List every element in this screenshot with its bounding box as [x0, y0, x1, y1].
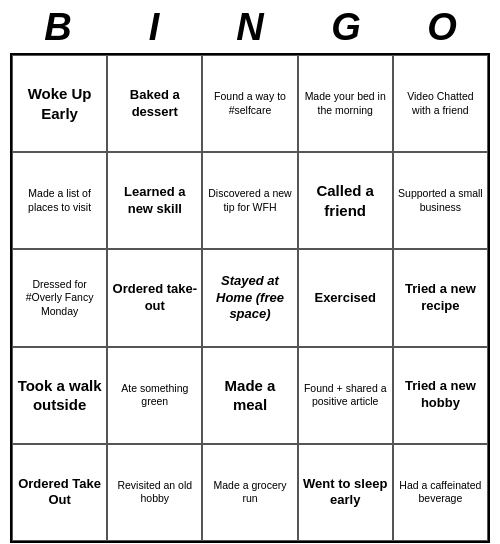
- title-i: I: [124, 6, 184, 49]
- cell-21[interactable]: Revisited an old hobby: [107, 444, 202, 541]
- cell-18[interactable]: Found + shared a positive article: [298, 347, 393, 444]
- cell-13[interactable]: Exercised: [298, 249, 393, 346]
- cell-17[interactable]: Made a meal: [202, 347, 297, 444]
- cell-9[interactable]: Supported a small business: [393, 152, 488, 249]
- cell-6[interactable]: Learned a new skill: [107, 152, 202, 249]
- title-b: B: [28, 6, 88, 49]
- title-o: O: [412, 6, 472, 49]
- bingo-grid: Woke Up EarlyBaked a dessertFound a way …: [10, 53, 490, 543]
- cell-4[interactable]: Video Chatted with a friend: [393, 55, 488, 152]
- cell-10[interactable]: Dressed for #Overly Fancy Monday: [12, 249, 107, 346]
- cell-23[interactable]: Went to sleep early: [298, 444, 393, 541]
- cell-5[interactable]: Made a list of places to visit: [12, 152, 107, 249]
- cell-19[interactable]: Tried a new hobby: [393, 347, 488, 444]
- cell-8[interactable]: Called a friend: [298, 152, 393, 249]
- cell-22[interactable]: Made a grocery run: [202, 444, 297, 541]
- cell-15[interactable]: Took a walk outside: [12, 347, 107, 444]
- cell-16[interactable]: Ate something green: [107, 347, 202, 444]
- cell-24[interactable]: Had a caffeinated beverage: [393, 444, 488, 541]
- cell-14[interactable]: Tried a new recipe: [393, 249, 488, 346]
- cell-0[interactable]: Woke Up Early: [12, 55, 107, 152]
- cell-2[interactable]: Found a way to #selfcare: [202, 55, 297, 152]
- title-g: G: [316, 6, 376, 49]
- cell-11[interactable]: Ordered take-out: [107, 249, 202, 346]
- cell-12[interactable]: Stayed at Home (free space): [202, 249, 297, 346]
- cell-1[interactable]: Baked a dessert: [107, 55, 202, 152]
- cell-3[interactable]: Made your bed in the morning: [298, 55, 393, 152]
- cell-20[interactable]: Ordered Take Out: [12, 444, 107, 541]
- title-n: N: [220, 6, 280, 49]
- cell-7[interactable]: Discovered a new tip for WFH: [202, 152, 297, 249]
- bingo-title: B I N G O: [10, 0, 490, 53]
